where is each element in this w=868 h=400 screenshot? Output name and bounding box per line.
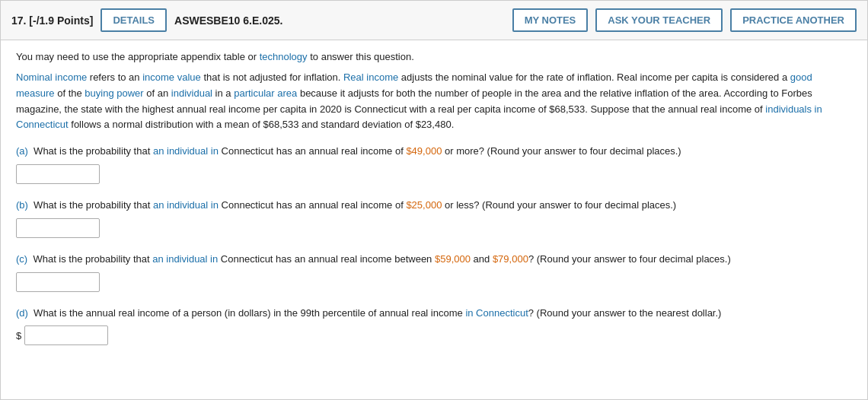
part-a-question: (a) What is the probability that an indi… [16, 144, 852, 160]
part-a: (a) What is the probability that an indi… [16, 144, 852, 184]
question-code: ASWESBE10 6.E.025. [174, 14, 282, 27]
part-b-input[interactable] [16, 218, 100, 238]
question-content: You may need to use the appropriate appe… [1, 40, 867, 374]
part-d-input[interactable] [24, 325, 108, 345]
practice-another-button[interactable]: PRACTICE ANOTHER [730, 8, 857, 32]
my-notes-button[interactable]: MY NOTES [512, 8, 589, 32]
ask-teacher-button[interactable]: ASK YOUR TEACHER [595, 8, 723, 32]
part-c: (c) What is the probability that an indi… [16, 252, 852, 292]
technology-link[interactable]: technology [260, 51, 308, 62]
details-button[interactable]: DETAILS [101, 8, 167, 32]
part-c-question: (c) What is the probability that an indi… [16, 252, 852, 268]
part-c-input[interactable] [16, 272, 100, 292]
part-d-question: (d) What is the annual real income of a … [16, 306, 852, 322]
body-text: Nominal income refers to an income value… [16, 70, 852, 133]
part-b-question: (b) What is the probability that an indi… [16, 198, 852, 214]
question-header: 17. [-/1.9 Points] DETAILS ASWESBE10 6.E… [1, 1, 867, 40]
part-d: (d) What is the annual real income of a … [16, 306, 852, 346]
intro-note: You may need to use the appropriate appe… [16, 51, 852, 62]
dollar-sign: $ [16, 330, 21, 341]
question-number: 17. [-/1.9 Points] [11, 14, 93, 27]
part-a-input[interactable] [16, 164, 100, 184]
part-b: (b) What is the probability that an indi… [16, 198, 852, 238]
